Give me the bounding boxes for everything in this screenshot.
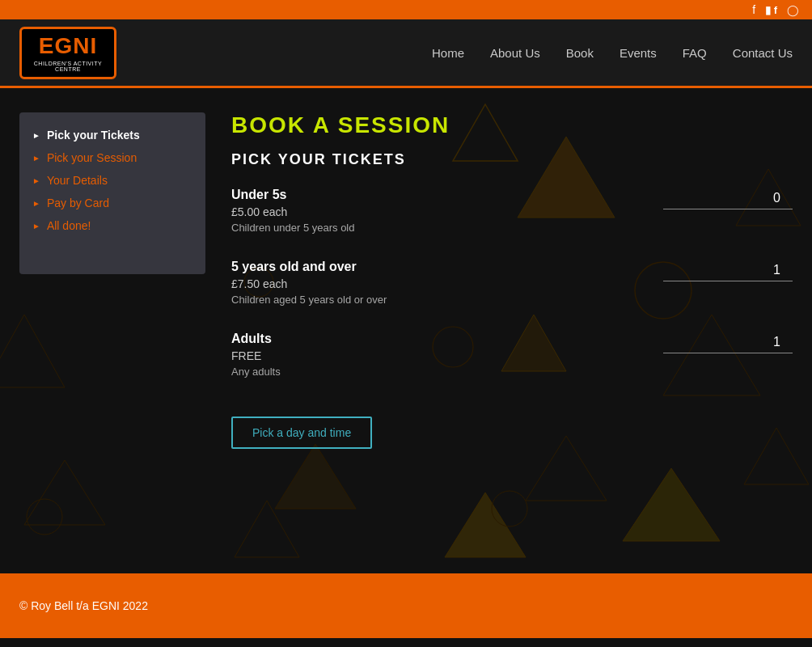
nav-home[interactable]: Home bbox=[432, 46, 464, 60]
ticket-qty-adults bbox=[663, 332, 793, 353]
arrow-icon: ► bbox=[32, 199, 40, 208]
sidebar-item-done[interactable]: ► All done! bbox=[32, 219, 192, 232]
svg-marker-7 bbox=[0, 315, 65, 387]
ticket-info-5plus: 5 years old and over £7.50 each Children… bbox=[231, 260, 663, 306]
ticket-row-under5: Under 5s £5.00 each Children under 5 yea… bbox=[231, 188, 793, 234]
ticket-row-5plus: 5 years old and over £7.50 each Children… bbox=[231, 260, 793, 306]
instagram-icon[interactable]: ◯ bbox=[787, 4, 799, 16]
section-title: Pick your Tickets bbox=[231, 151, 793, 168]
ticket-name-under5: Under 5s bbox=[231, 188, 663, 202]
svg-point-8 bbox=[27, 499, 62, 535]
footer: © Roy Bell t/a EGNI 2022 bbox=[0, 573, 812, 638]
arrow-icon: ► bbox=[32, 154, 40, 163]
nav-faq[interactable]: FAQ bbox=[683, 46, 707, 60]
svg-marker-9 bbox=[24, 460, 105, 525]
ticket-desc-5plus: Children aged 5 years old or over bbox=[231, 294, 663, 306]
ticket-name-5plus: 5 years old and over bbox=[231, 260, 663, 274]
booking-content: Book a Session Pick your Tickets Under 5… bbox=[231, 104, 793, 557]
sidebar-label-done: All done! bbox=[47, 219, 91, 232]
logo-sub: CHILDREN'S ACTIVITY CENTRE bbox=[22, 61, 114, 72]
main-content: ► Pick your Tickets ► Pick your Session … bbox=[0, 88, 812, 573]
arrow-icon: ► bbox=[32, 131, 40, 140]
ticket-desc-under5: Children under 5 years old bbox=[231, 222, 663, 234]
ticket-info-adults: Adults FREE Any adults bbox=[231, 332, 663, 378]
nav-about[interactable]: About Us bbox=[490, 46, 540, 60]
logo[interactable]: EGNI CHILDREN'S ACTIVITY CENTRE bbox=[19, 27, 116, 79]
ticket-qty-input-under5[interactable] bbox=[663, 188, 793, 209]
header: EGNI CHILDREN'S ACTIVITY CENTRE Home Abo… bbox=[0, 19, 812, 88]
sidebar-item-details[interactable]: ► Your Details bbox=[32, 174, 192, 187]
nav-book[interactable]: Book bbox=[566, 46, 594, 60]
ticket-price-adults: FREE bbox=[231, 349, 663, 362]
arrow-icon: ► bbox=[32, 176, 40, 185]
main-nav: Home About Us Book Events FAQ Contact Us bbox=[432, 46, 793, 60]
ticket-price-under5: £5.00 each bbox=[231, 205, 663, 218]
facebook-icon[interactable]: ▮ f bbox=[765, 4, 777, 16]
sidebar-label-details: Your Details bbox=[47, 174, 108, 187]
sidebar-label-tickets: Pick your Tickets bbox=[47, 129, 140, 142]
facebook-icon[interactable]: f bbox=[752, 3, 755, 16]
sidebar-item-payment[interactable]: ► Pay by Card bbox=[32, 197, 192, 209]
ticket-desc-adults: Any adults bbox=[231, 366, 663, 378]
ticket-price-5plus: £7.50 each bbox=[231, 277, 663, 290]
sidebar-item-session[interactable]: ► Pick your Session bbox=[32, 151, 192, 164]
sidebar-label-payment: Pay by Card bbox=[47, 197, 109, 209]
sidebar-item-tickets[interactable]: ► Pick your Tickets bbox=[32, 129, 192, 142]
nav-events[interactable]: Events bbox=[620, 46, 657, 60]
sidebar: ► Pick your Tickets ► Pick your Session … bbox=[19, 112, 205, 274]
logo-text: EGNI bbox=[39, 33, 97, 59]
ticket-row-adults: Adults FREE Any adults bbox=[231, 332, 793, 378]
arrow-icon: ► bbox=[32, 222, 40, 230]
nav-contact[interactable]: Contact Us bbox=[733, 46, 793, 60]
top-bar: f ▮ f ◯ bbox=[0, 0, 812, 19]
ticket-name-adults: Adults bbox=[231, 332, 663, 346]
ticket-info-under5: Under 5s £5.00 each Children under 5 yea… bbox=[231, 188, 663, 234]
ticket-qty-5plus bbox=[663, 260, 793, 281]
booking-title: Book a Session bbox=[231, 112, 793, 138]
pick-day-button[interactable]: Pick a day and time bbox=[231, 417, 372, 449]
ticket-qty-input-5plus[interactable] bbox=[663, 260, 793, 281]
ticket-qty-under5 bbox=[663, 188, 793, 209]
ticket-qty-input-adults[interactable] bbox=[663, 332, 793, 353]
footer-copyright: © Roy Bell t/a EGNI 2022 bbox=[19, 599, 148, 612]
sidebar-label-session: Pick your Session bbox=[47, 151, 137, 164]
